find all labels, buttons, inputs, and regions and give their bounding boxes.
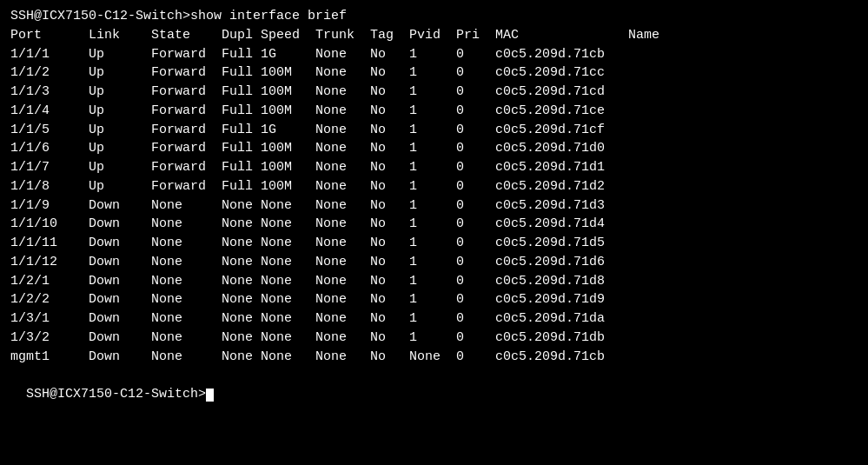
table-row: 1/2/2 Down None None None None No 1 0 c0… [10, 290, 858, 309]
table-row: 1/1/2 Up Forward Full 100M None No 1 0 c… [10, 63, 858, 83]
prompt-bottom: SSH@ICX7150-C12-Switch> [10, 366, 858, 404]
table-row: 1/2/1 Down None None None None No 1 0 c0… [10, 272, 858, 291]
table-row: 1/1/12 Down None None None None No 1 0 c… [10, 253, 858, 272]
table-row: 1/1/5 Up Forward Full 1G None No 1 0 c0c… [10, 121, 858, 140]
cursor [206, 389, 214, 402]
table-row: 1/3/1 Down None None None None No 1 0 c0… [10, 309, 858, 329]
table-row: 1/1/7 Up Forward Full 100M None No 1 0 c… [10, 158, 858, 177]
table-row: 1/1/8 Up Forward Full 100M None No 1 0 c… [10, 177, 858, 196]
prompt-top: SSH@ICX7150-C12-Switch>show interface br… [10, 7, 858, 26]
table-row: 1/1/3 Up Forward Full 100M None No 1 0 c… [10, 83, 858, 102]
table-header: Port Link State Dupl Speed Trunk Tag Pvi… [10, 26, 858, 45]
table-rows: 1/1/1 Up Forward Full 1G None No 1 0 c0c… [10, 45, 858, 367]
table-row: 1/3/2 Down None None None None No 1 0 c0… [10, 329, 858, 348]
table-row: 1/1/11 Down None None None None No 1 0 c… [10, 234, 858, 253]
table-row: 1/1/6 Up Forward Full 100M None No 1 0 c… [10, 139, 858, 158]
table-row: 1/1/1 Up Forward Full 1G None No 1 0 c0c… [10, 45, 858, 64]
table-row: mgmt1 Down None None None None No None 0… [10, 348, 858, 367]
table-row: 1/1/9 Down None None None None No 1 0 c0… [10, 196, 858, 216]
table-row: 1/1/10 Down None None None None No 1 0 c… [10, 215, 858, 234]
table-row: 1/1/4 Up Forward Full 100M None No 1 0 c… [10, 102, 858, 121]
